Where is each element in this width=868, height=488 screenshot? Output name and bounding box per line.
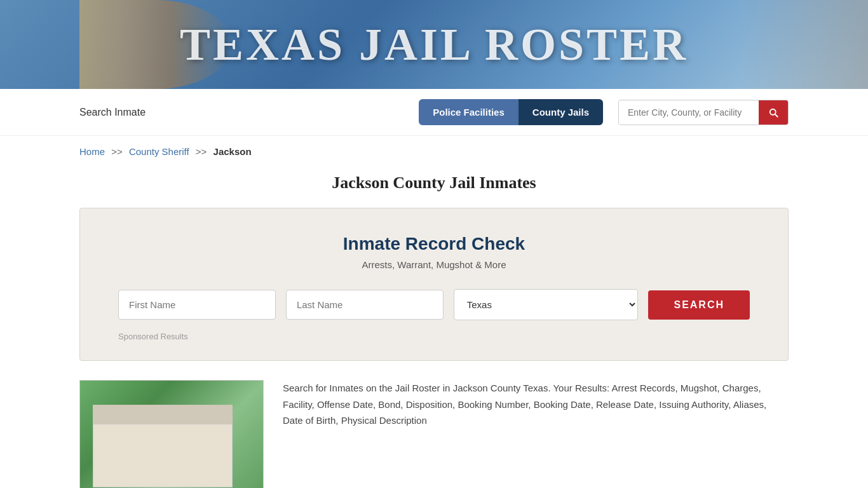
police-facilities-button[interactable]: Police Facilities [419,99,519,125]
breadcrumb-county-sheriff[interactable]: County Sheriff [129,146,189,157]
nav-buttons: Police Facilities County Jails [419,99,603,125]
record-check-title: Inmate Record Check [118,234,750,254]
sponsored-results-label: Sponsored Results [118,332,750,341]
state-select[interactable]: AlabamaAlaskaArizonaArkansasCaliforniaCo… [454,289,639,320]
bottom-section: www.TEXASJAILROSTER.COM Search for Inmat… [0,361,868,488]
building-shape [93,424,233,487]
breadcrumb: Home >> County Sheriff >> Jackson [0,136,868,167]
breadcrumb-home[interactable]: Home [79,146,105,157]
search-inmate-label: Search Inmate [79,107,406,118]
facility-search-button[interactable] [759,100,788,125]
jail-image: www.TEXASJAILROSTER.COM [79,380,264,488]
first-name-input[interactable] [118,290,276,320]
record-search-button[interactable]: SEARCH [648,290,750,320]
nav-bar: Search Inmate Police Facilities County J… [0,89,868,136]
last-name-input[interactable] [286,290,444,320]
header-banner: TEXAS JAIL ROSTER [0,0,868,89]
county-jails-button[interactable]: County Jails [519,99,603,125]
record-check-box: Inmate Record Check Arrests, Warrant, Mu… [79,208,789,361]
facility-search-wrapper [618,100,789,125]
building-roof-shape [93,405,233,424]
breadcrumb-current: Jackson [214,146,252,157]
description-text: Search for Inmates on the Jail Roster in… [283,380,789,429]
facility-search-input[interactable] [619,101,759,124]
record-check-form: AlabamaAlaskaArizonaArkansasCaliforniaCo… [118,289,750,320]
breadcrumb-sep2: >> [196,146,207,157]
search-icon [768,107,779,118]
banner-title: TEXAS JAIL ROSTER [180,18,688,71]
right-overlay [741,0,868,89]
breadcrumb-sep1: >> [111,146,123,157]
record-check-subtitle: Arrests, Warrant, Mugshot & More [118,259,750,270]
page-title: Jackson County Jail Inmates [0,167,868,208]
